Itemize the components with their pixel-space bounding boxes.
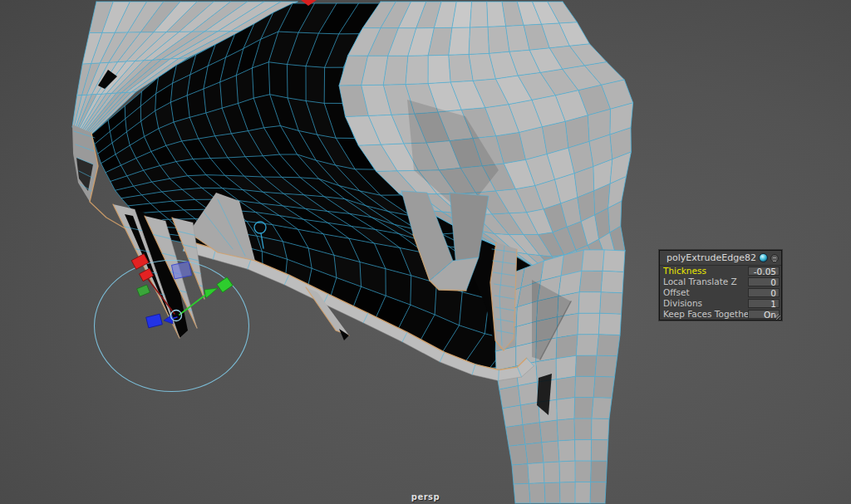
attr-label[interactable]: Offset <box>663 287 748 298</box>
attr-value-field[interactable]: 0 <box>748 277 780 286</box>
axis-y-dim-handle[interactable] <box>137 285 150 296</box>
axis-y-handle[interactable] <box>217 277 233 292</box>
attr-value-field[interactable]: 1 <box>748 299 780 308</box>
in-view-editor-panel[interactable]: polyExtrudeEdge827 Thickness -0.05 Local… <box>659 250 782 321</box>
attr-value-field[interactable]: -0.05 <box>748 267 780 276</box>
sphere-node-icon[interactable] <box>759 253 768 262</box>
attr-row-local-translate-z: Local Translate Z 0 <box>660 276 781 287</box>
attr-label[interactable]: Local Translate Z <box>663 276 748 287</box>
menu-icon[interactable] <box>770 254 779 262</box>
attr-label[interactable]: Divisions <box>663 298 748 309</box>
attr-row-thickness: Thickness -0.05 <box>660 266 781 276</box>
attr-row-offset: Offset 0 <box>660 287 781 298</box>
camera-label: persp <box>0 492 851 502</box>
panel-title: polyExtrudeEdge827 <box>667 252 756 263</box>
panel-header[interactable]: polyExtrudeEdge827 <box>660 251 781 266</box>
attr-row-keep-faces-together: Keep Faces Together On <box>660 309 781 320</box>
attr-label[interactable]: Thickness <box>663 266 748 276</box>
maya-viewport[interactable]: polyExtrudeEdge827 Thickness -0.05 Local… <box>0 0 851 504</box>
mesh-model-wireframe[interactable] <box>72 0 633 503</box>
resize-grip-icon[interactable] <box>775 314 780 320</box>
attr-value-field[interactable]: 0 <box>748 288 780 297</box>
axis-y-arrow <box>204 288 218 298</box>
axis-z-handle[interactable] <box>146 314 163 328</box>
attr-row-divisions: Divisions 1 <box>660 298 781 309</box>
attr-label[interactable]: Keep Faces Together <box>663 309 748 320</box>
